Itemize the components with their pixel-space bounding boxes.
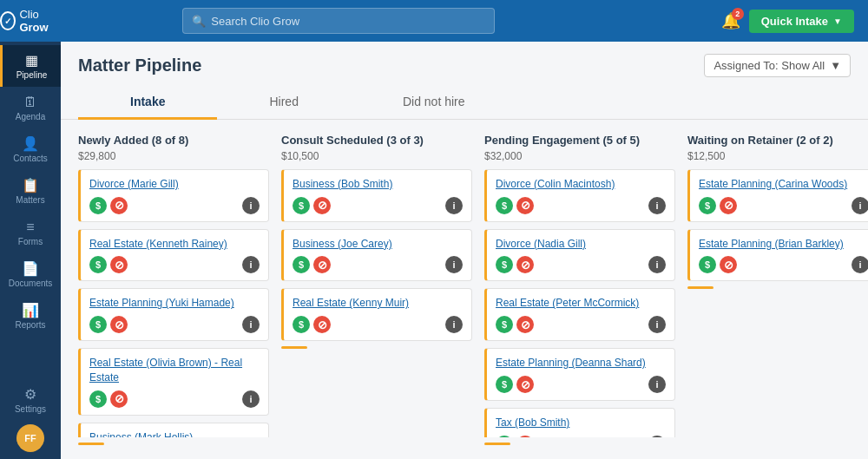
sidebar-item-agenda[interactable]: 🗓 Agenda xyxy=(0,87,61,128)
agenda-icon: 🗓 xyxy=(23,95,37,109)
info-button[interactable]: i xyxy=(852,256,868,273)
column-header: Newly Added (8 of 8) $29,800 xyxy=(78,134,269,162)
dollar-button[interactable]: $ xyxy=(496,376,513,393)
tab-did-not-hire[interactable]: Did not hire xyxy=(351,86,517,120)
dollar-button[interactable]: $ xyxy=(496,197,513,214)
dollar-button[interactable]: $ xyxy=(699,197,716,214)
cancel-button[interactable]: ⊘ xyxy=(313,256,331,273)
dollar-button[interactable]: $ xyxy=(699,256,716,273)
card-title: Business (Bob Smith) xyxy=(293,177,463,192)
card-buttons: $ ⊘ xyxy=(496,256,534,273)
topbar: 🔍 Search Clio Grow 🔔 2 Quick Intake ▼ xyxy=(61,0,868,42)
notification-button[interactable]: 🔔 2 xyxy=(721,11,740,30)
card-buttons: $ ⊘ xyxy=(496,197,534,214)
card[interactable]: Estate Planning (Carina Woods) $ ⊘ i xyxy=(687,169,868,222)
dollar-button[interactable]: $ xyxy=(293,316,310,333)
sidebar-item-label: Agenda xyxy=(16,112,45,121)
dollar-button[interactable]: $ xyxy=(293,197,310,214)
card[interactable]: Business (Bob Smith) $ ⊘ i xyxy=(281,169,472,222)
card-actions: $ ⊘ i xyxy=(496,256,666,273)
sidebar-item-label: Pipeline xyxy=(16,70,48,80)
card[interactable]: Tax (Bob Smith) $ ⊘ i xyxy=(484,408,675,437)
card-title: Estate Planning (Brian Barkley) xyxy=(699,237,868,252)
cancel-button[interactable]: ⊘ xyxy=(313,316,331,333)
info-button[interactable]: i xyxy=(445,197,463,214)
card[interactable]: Real Estate (Kenneth Rainey) $ ⊘ i xyxy=(78,229,269,282)
sidebar-item-documents[interactable]: 📄 Documents xyxy=(0,253,61,295)
card[interactable]: Divorce (Colin Macintosh) $ ⊘ i xyxy=(484,169,675,222)
pipeline-column-waiting-on-retainer: Waiting on Retainer (2 of 2) $12,500 Est… xyxy=(687,134,868,445)
dollar-button[interactable]: $ xyxy=(293,256,310,273)
cancel-button[interactable]: ⊘ xyxy=(720,197,737,214)
column-amount: $29,800 xyxy=(78,150,269,162)
card[interactable]: Divorce (Marie Gill) $ ⊘ i xyxy=(78,169,269,222)
sidebar-item-reports[interactable]: 📊 Reports xyxy=(0,295,61,337)
card[interactable]: Real Estate (Olivia Brown) - Real Estate… xyxy=(78,348,269,416)
sidebar-item-matters[interactable]: 📋 Matters xyxy=(0,170,61,212)
cancel-button[interactable]: ⊘ xyxy=(110,390,128,408)
dollar-button[interactable]: $ xyxy=(89,390,107,408)
card-actions: $ ⊘ i xyxy=(293,197,463,214)
card-title: Real Estate (Olivia Brown) - Real Estate xyxy=(89,356,260,385)
info-button[interactable]: i xyxy=(648,316,666,333)
cancel-button[interactable]: ⊘ xyxy=(516,436,534,437)
card[interactable]: Real Estate (Kenny Muir) $ ⊘ i xyxy=(281,288,472,341)
search-bar[interactable]: 🔍 Search Clio Grow xyxy=(182,8,495,34)
cancel-button[interactable]: ⊘ xyxy=(110,256,128,273)
info-button[interactable]: i xyxy=(852,197,868,214)
app-name: Clio Grow xyxy=(19,8,61,34)
info-button[interactable]: i xyxy=(242,256,260,273)
info-button[interactable]: i xyxy=(445,256,463,273)
info-button[interactable]: i xyxy=(648,197,666,214)
topbar-right: 🔔 2 Quick Intake ▼ xyxy=(721,10,854,33)
sidebar-item-forms[interactable]: ≡ Forms xyxy=(0,212,61,253)
card[interactable]: Divorce (Nadia Gill) $ ⊘ i xyxy=(484,229,675,282)
info-button[interactable]: i xyxy=(445,316,463,333)
card-actions: $ ⊘ i xyxy=(496,376,666,393)
cancel-button[interactable]: ⊘ xyxy=(313,197,331,214)
info-button[interactable]: i xyxy=(648,436,666,437)
column-amount: $12,500 xyxy=(687,150,868,162)
column-header: Pending Engagement (5 of 5) $32,000 xyxy=(484,134,675,162)
cancel-button[interactable]: ⊘ xyxy=(516,256,534,273)
page-header: Matter Pipeline Assigned To: Show All ▼ xyxy=(61,42,868,77)
card[interactable]: Estate Planning (Brian Barkley) $ ⊘ i xyxy=(687,229,868,282)
sidebar-item-settings[interactable]: ⚙ Settings xyxy=(0,379,61,421)
dollar-button[interactable]: $ xyxy=(496,436,513,437)
card[interactable]: Estate Planning (Yuki Hamade) $ ⊘ i xyxy=(78,288,269,341)
sidebar-item-contacts[interactable]: 👤 Contacts xyxy=(0,128,61,170)
dollar-button[interactable]: $ xyxy=(496,256,513,273)
card-buttons: $ ⊘ xyxy=(89,197,128,214)
cancel-button[interactable]: ⊘ xyxy=(720,256,737,273)
sidebar-item-pipeline[interactable]: ▦ Pipeline xyxy=(0,45,61,87)
dollar-button[interactable]: $ xyxy=(89,197,107,214)
card[interactable]: Estate Planning (Deanna Shard) $ ⊘ i xyxy=(484,348,675,401)
dollar-button[interactable]: $ xyxy=(89,256,107,273)
info-button[interactable]: i xyxy=(648,256,666,273)
card-actions: $ ⊘ i xyxy=(89,256,260,273)
cancel-button[interactable]: ⊘ xyxy=(516,376,534,393)
tab-intake[interactable]: Intake xyxy=(78,86,217,120)
tab-hired[interactable]: Hired xyxy=(217,86,350,120)
cancel-button[interactable]: ⊘ xyxy=(110,197,128,214)
column-header: Consult Scheduled (3 of 3) $10,500 xyxy=(281,134,472,162)
settings-icon: ⚙ xyxy=(24,388,36,402)
card-actions: $ ⊘ i xyxy=(293,316,463,333)
assigned-to-filter[interactable]: Assigned To: Show All ▼ xyxy=(704,54,851,77)
cancel-button[interactable]: ⊘ xyxy=(110,316,128,333)
dollar-button[interactable]: $ xyxy=(496,316,513,333)
user-avatar[interactable]: FF xyxy=(16,424,44,452)
card[interactable]: Real Estate (Peter McCormick) $ ⊘ i xyxy=(484,288,675,341)
cancel-button[interactable]: ⊘ xyxy=(516,197,534,214)
info-button[interactable]: i xyxy=(242,316,260,333)
info-button[interactable]: i xyxy=(648,376,666,393)
quick-intake-button[interactable]: Quick Intake ▼ xyxy=(749,10,854,33)
card[interactable]: Business (Joe Carey) $ ⊘ i xyxy=(281,229,472,282)
sidebar-nav: ▦ Pipeline 🗓 Agenda 👤 Contacts 📋 Matters… xyxy=(0,42,61,379)
contacts-icon: 👤 xyxy=(22,137,39,151)
cancel-button[interactable]: ⊘ xyxy=(516,316,534,333)
info-button[interactable]: i xyxy=(242,197,260,214)
info-button[interactable]: i xyxy=(242,390,260,408)
card[interactable]: Business (Mark Hollis) $ ⊘ i xyxy=(78,423,269,438)
dollar-button[interactable]: $ xyxy=(89,316,107,333)
